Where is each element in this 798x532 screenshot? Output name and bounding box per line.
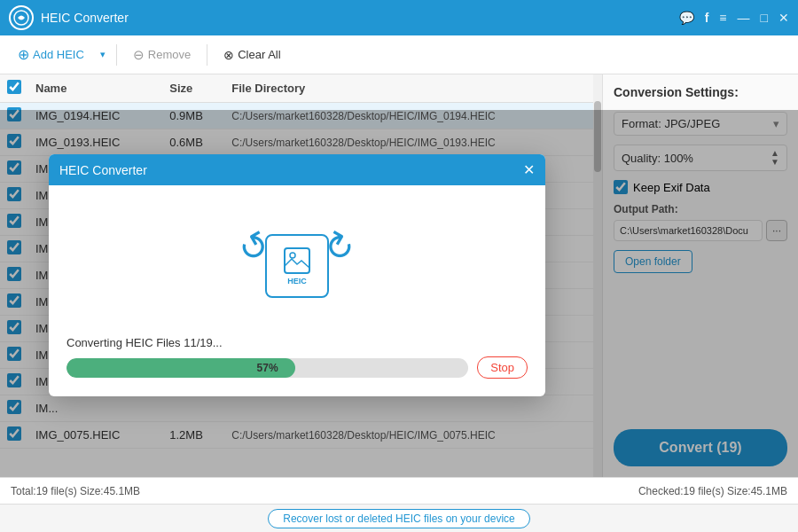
clear-icon: ⊗ (223, 48, 234, 62)
settings-title: Conversion Settings: (614, 85, 787, 99)
modal-close-button[interactable]: ✕ (523, 161, 535, 178)
modal-body: ↺ HEIC ↻ Converting HEIC Files 11/19... (49, 185, 545, 396)
col-size: Size (162, 74, 224, 103)
toolbar: ⊕ Add HEIC ▾ ⊖ Remove ⊗ Clear All (0, 35, 798, 74)
modal-overlay: HEIC Converter ✕ ↺ HEIC ↻ (0, 110, 798, 477)
app-logo (9, 5, 34, 30)
status-checked: Checked:19 file(s) Size:45.1MB (638, 485, 787, 497)
status-total: Total:19 file(s) Size:45.1MB (11, 485, 140, 497)
svg-point-2 (290, 253, 295, 258)
menu-icon[interactable]: ≡ (719, 11, 726, 25)
svg-rect-1 (285, 248, 309, 273)
heic-file-icon: HEIC (265, 234, 329, 298)
status-bar: Total:19 file(s) Size:45.1MB Checked:19 … (0, 477, 798, 504)
remove-icon: ⊖ (133, 47, 145, 63)
clear-all-button[interactable]: ⊗ Clear All (215, 43, 289, 66)
maximize-icon[interactable]: □ (761, 11, 768, 25)
minimize-icon[interactable]: — (738, 11, 750, 25)
bottom-bar: Recover lost or deleted HEIC files on yo… (0, 504, 798, 532)
window-controls: 💬 f ≡ — □ ✕ (679, 11, 789, 25)
main-area: Name Size File Directory IMG_0194.HEIC 0… (0, 74, 798, 477)
facebook-icon[interactable]: f (705, 11, 709, 25)
conversion-modal: HEIC Converter ✕ ↺ HEIC ↻ (49, 154, 545, 396)
converting-text: Converting HEIC Files 11/19... (66, 336, 223, 349)
modal-title: HEIC Converter (59, 163, 147, 177)
remove-button[interactable]: ⊖ Remove (124, 43, 200, 67)
heic-animation-area: ↺ HEIC ↻ (239, 217, 355, 315)
add-heic-button[interactable]: ⊕ Add HEIC (9, 42, 93, 67)
progress-bar-container: 57% (66, 358, 468, 378)
select-all-checkbox[interactable] (7, 80, 21, 94)
progress-percent: 57% (257, 362, 278, 374)
modal-header: HEIC Converter ✕ (49, 154, 545, 185)
progress-row: 57% Stop (66, 356, 528, 379)
close-icon[interactable]: ✕ (778, 11, 789, 25)
divider2 (207, 44, 207, 66)
stop-button[interactable]: Stop (477, 356, 528, 379)
col-name: Name (28, 74, 162, 103)
add-icon: ⊕ (18, 46, 29, 63)
divider (116, 44, 117, 66)
col-dir: File Directory (224, 74, 602, 103)
add-dropdown-button[interactable]: ▾ (97, 44, 109, 65)
title-bar: HEIC Converter 💬 f ≡ — □ ✕ (0, 0, 798, 35)
chat-icon[interactable]: 💬 (679, 11, 694, 25)
recover-link-button[interactable]: Recover lost or deleted HEIC files on yo… (268, 509, 529, 528)
app-title: HEIC Converter (41, 11, 679, 25)
